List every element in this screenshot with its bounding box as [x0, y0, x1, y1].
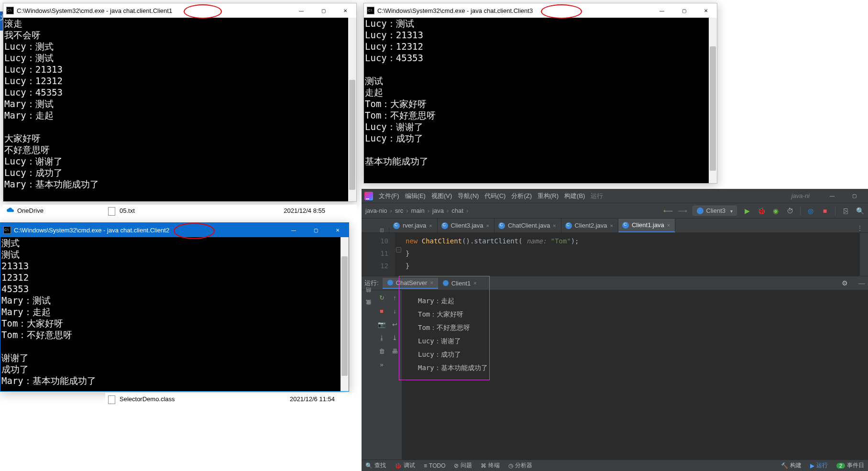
- maximize-button[interactable]: ▢: [843, 189, 865, 203]
- menu-file[interactable]: 文件(F): [379, 192, 399, 200]
- print-icon[interactable]: 🖶: [391, 347, 399, 355]
- close-run-tab-icon[interactable]: ×: [430, 280, 433, 285]
- run-config-selector[interactable]: Client3: [692, 206, 737, 216]
- console-line: 大家好呀: [4, 132, 356, 144]
- rerun-icon[interactable]: ↻: [377, 293, 386, 302]
- attach-button-icon[interactable]: ◎: [806, 207, 815, 215]
- code-content[interactable]: new ChatClient().startClient( name: "Tom…: [406, 233, 579, 276]
- coverage-button-icon[interactable]: ◉: [771, 207, 780, 215]
- debug-button-icon[interactable]: 🐞: [757, 207, 766, 215]
- console-line: Tom：不好意思呀: [418, 321, 852, 334]
- titlebar[interactable]: C:\Windows\System32\cmd.exe - java chat.…: [3, 3, 356, 18]
- console-line: Mary：测试: [4, 98, 356, 110]
- run-console-output[interactable]: Mary：走起Tom：大家好呀Tom：不好意思呀Lucy：谢谢了Lucy：成功了…: [402, 290, 868, 460]
- status-debug[interactable]: 🐞 调试: [395, 461, 415, 470]
- menu-edit[interactable]: 编辑(E): [405, 192, 426, 200]
- status-todo[interactable]: ≡ TODO: [424, 462, 445, 469]
- editor-tab[interactable]: ChatClient.java×: [494, 219, 561, 232]
- status-profiler[interactable]: ◷ 分析器: [508, 461, 532, 470]
- run-button-icon[interactable]: ▶: [743, 207, 751, 215]
- expand-icon[interactable]: »: [377, 360, 386, 369]
- status-events[interactable]: 2 事件日: [836, 461, 864, 470]
- close-tab-icon[interactable]: ×: [486, 223, 489, 229]
- crumb[interactable]: java: [432, 207, 444, 214]
- down-icon[interactable]: ↓: [391, 307, 399, 315]
- console-line: Mary：走起: [1, 306, 349, 318]
- crumb[interactable]: java-nio: [365, 207, 387, 214]
- close-run-tab-icon[interactable]: ×: [473, 280, 476, 286]
- menu-run[interactable]: 运行: [591, 192, 603, 200]
- fold-gutter[interactable]: –: [395, 233, 406, 276]
- code-editor[interactable]: 10 11 12 – new ChatClient().startClient(…: [362, 233, 868, 276]
- nav-forward-icon[interactable]: ⟶: [678, 207, 687, 215]
- hide-panel-icon[interactable]: —: [857, 279, 866, 287]
- crumb[interactable]: src: [395, 207, 403, 214]
- breadcrumb[interactable]: java-nio src main java chat: [365, 207, 470, 214]
- wrap-icon[interactable]: ↩: [391, 320, 399, 329]
- titlebar[interactable]: C:\Windows\System32\cmd.exe - java chat.…: [0, 223, 349, 237]
- scrollbar[interactable]: [709, 18, 717, 183]
- run-tab[interactable]: Client1×: [438, 278, 482, 289]
- right-gutter: [859, 233, 868, 276]
- camera-icon[interactable]: 📷: [377, 320, 386, 329]
- minimize-button[interactable]: —: [283, 223, 305, 237]
- crumb[interactable]: chat: [451, 207, 463, 214]
- close-tab-icon[interactable]: ×: [429, 223, 432, 229]
- editor-tab[interactable]: Client3.java×: [438, 219, 494, 232]
- stop-button-icon[interactable]: ■: [821, 207, 829, 215]
- nav-back-icon[interactable]: ⟵: [664, 207, 672, 215]
- console-output[interactable]: Lucy：测试Lucy：21313Lucy：12312Lucy：45353 测试…: [364, 18, 717, 183]
- close-button[interactable]: ✕: [695, 3, 717, 18]
- ide-menubar[interactable]: 文件(F) 编辑(E) 视图(V) 导航(N) 代码(C) 分析(Z) 重构(R…: [362, 189, 868, 203]
- git-button-icon[interactable]: ⍄: [841, 207, 850, 215]
- editor-tab[interactable]: rver.java×: [389, 219, 438, 232]
- tab-overflow-icon[interactable]: ⋮: [856, 224, 864, 232]
- up-icon[interactable]: ↑: [391, 293, 399, 302]
- editor-tab[interactable]: Client2.java×: [561, 219, 618, 232]
- console-line: 45353: [1, 283, 349, 295]
- crumb[interactable]: main: [411, 207, 425, 214]
- menu-view[interactable]: 视图(V): [431, 192, 452, 200]
- minimize-button[interactable]: —: [821, 189, 843, 203]
- scrollbar[interactable]: [341, 237, 349, 391]
- status-run[interactable]: ▶ 运行: [810, 461, 828, 470]
- file-name[interactable]: 05.txt: [120, 207, 135, 214]
- maximize-button[interactable]: ▢: [312, 3, 334, 18]
- minimize-button[interactable]: —: [651, 3, 673, 18]
- trash-icon[interactable]: 🗑: [377, 347, 386, 355]
- console-output[interactable]: 测式测试213131231245353Mary：测试Mary：走起Tom：大家好…: [0, 237, 349, 391]
- scrollbar[interactable]: [348, 18, 356, 201]
- status-build[interactable]: 🔨 构建: [781, 461, 802, 470]
- onedrive-label[interactable]: OneDrive: [17, 207, 44, 214]
- export-icon[interactable]: ⭳: [377, 333, 386, 342]
- close-tab-icon[interactable]: ×: [667, 222, 670, 228]
- status-problems[interactable]: ⊘ 问题: [454, 461, 472, 470]
- titlebar[interactable]: C:\Windows\System32\cmd.exe - java chat.…: [364, 3, 717, 18]
- menu-build[interactable]: 构建(B): [564, 192, 585, 200]
- run-tab[interactable]: ChatServer×: [383, 278, 438, 289]
- status-terminal[interactable]: ⌘ 终端: [481, 461, 500, 470]
- gear-icon[interactable]: ⚙: [840, 279, 849, 287]
- minimize-button[interactable]: —: [290, 3, 312, 18]
- status-find[interactable]: 🔍 查找: [365, 461, 386, 470]
- search-button-icon[interactable]: 🔍: [856, 207, 864, 215]
- menu-code[interactable]: 代码(C): [484, 192, 505, 200]
- stop-icon[interactable]: ■: [377, 307, 386, 315]
- file-name[interactable]: SelectorDemo.class: [120, 395, 175, 403]
- class-icon: [387, 280, 393, 285]
- maximize-button[interactable]: ▢: [673, 3, 695, 18]
- console-output[interactable]: 滚走我不会呀Lucy：测式Lucy：测试Lucy：21313Lucy：12312…: [3, 18, 356, 201]
- close-tab-icon[interactable]: ×: [553, 223, 556, 229]
- menu-refactor[interactable]: 重构(R): [538, 192, 559, 200]
- menu-navigate[interactable]: 导航(N): [458, 192, 479, 200]
- close-button[interactable]: ✕: [334, 3, 356, 18]
- close-tab-icon[interactable]: ×: [610, 223, 613, 229]
- project-tool-button[interactable]: ⊟: [376, 228, 389, 232]
- close-button[interactable]: ✕: [327, 223, 349, 237]
- profile-button-icon[interactable]: ⏱: [786, 207, 794, 215]
- maximize-button[interactable]: ▢: [305, 223, 327, 237]
- editor-tab[interactable]: Client1.java×: [618, 219, 675, 232]
- menu-analyze[interactable]: 分析(Z): [511, 192, 532, 200]
- console-line: Lucy：测试: [365, 18, 717, 29]
- scroll-icon[interactable]: ⤓: [391, 333, 399, 342]
